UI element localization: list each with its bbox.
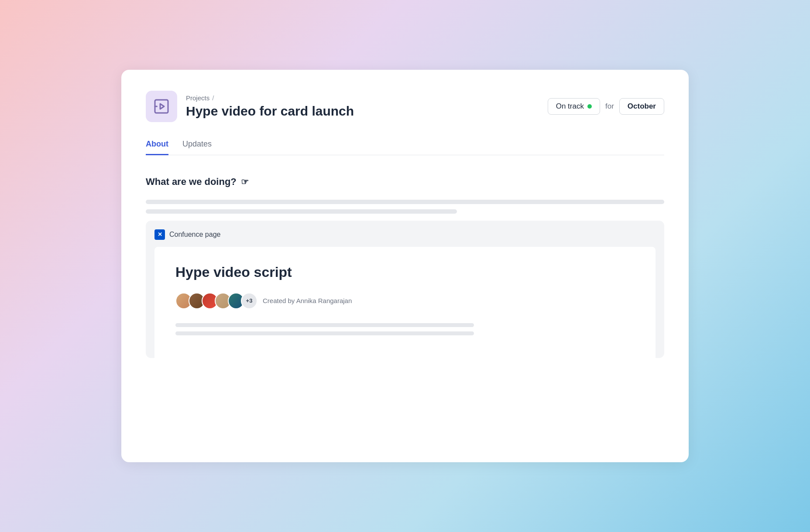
section-heading-text: What are we doing? [146, 176, 237, 188]
for-label: for [605, 102, 614, 111]
confluence-logo: ✕ [154, 229, 165, 240]
tab-content: What are we doing? ☞ ✕ Confuence page Hy… [146, 176, 664, 358]
project-icon [146, 91, 177, 122]
svg-marker-1 [160, 104, 164, 109]
cursor-icon: ☞ [241, 177, 249, 187]
page-title: Hype video for card launch [186, 103, 354, 119]
status-badge[interactable]: On track [548, 98, 600, 115]
status-label: On track [556, 102, 584, 111]
breadcrumb: Projects / [186, 94, 354, 102]
month-badge[interactable]: October [619, 98, 664, 115]
page-header: Projects / Hype video for card launch On… [146, 91, 664, 122]
status-dot [587, 104, 592, 109]
confluence-doc-title: Hype video script [175, 264, 635, 280]
confluence-logo-icon: ✕ [158, 232, 162, 237]
confluence-card[interactable]: ✕ Confuence page Hype video script +3 Cr… [146, 221, 664, 358]
confluence-card-header: ✕ Confuence page [154, 229, 656, 240]
tab-about[interactable]: About [146, 140, 168, 155]
skeleton-line-1 [146, 200, 664, 204]
breadcrumb-separator: / [212, 94, 214, 102]
confluence-skeleton [175, 323, 635, 344]
title-block: Projects / Hype video for card launch [186, 94, 354, 119]
breadcrumb-text[interactable]: Projects [186, 94, 209, 102]
header-right: On track for October [548, 98, 664, 115]
avatars-row: +3 Created by Annika Rangarajan [175, 293, 635, 309]
conf-skeleton-line-1 [175, 323, 474, 327]
avatar-count: +3 [241, 293, 257, 309]
conf-skeleton-line-2 [175, 331, 474, 335]
section-heading: What are we doing? ☞ [146, 176, 664, 188]
skeleton-line-2 [146, 209, 457, 214]
tab-updates[interactable]: Updates [182, 140, 212, 155]
confluence-content: Hype video script +3 Created by Annika R… [154, 247, 656, 358]
main-card: Projects / Hype video for card launch On… [121, 70, 689, 462]
avatar-stack: +3 [175, 293, 257, 309]
header-left: Projects / Hype video for card launch [146, 91, 354, 122]
confluence-page-label: Confuence page [169, 231, 220, 239]
created-by-label: Created by Annika Rangarajan [263, 297, 352, 304]
tab-bar: About Updates [146, 140, 664, 155]
